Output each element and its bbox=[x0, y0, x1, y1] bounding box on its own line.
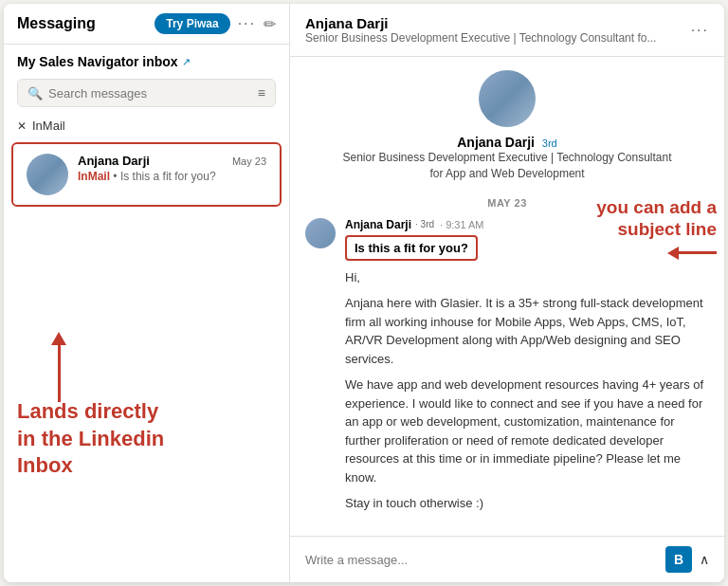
right-header: Anjana Darji Senior Business Development… bbox=[290, 4, 724, 57]
inbox-title: My Sales Navigator inbox bbox=[17, 54, 178, 69]
message-list: Anjana Darji May 23 InMail • Is this a f… bbox=[4, 138, 289, 341]
search-icon: 🔍 bbox=[27, 86, 43, 101]
close-icon[interactable]: ✕ bbox=[17, 119, 27, 133]
right-header-info: Anjana Darji Senior Business Development… bbox=[305, 15, 691, 45]
bubble-content: Anjana Darji · 3rd · 9:31 AM Is this a f… bbox=[345, 218, 709, 521]
profile-avatar bbox=[479, 70, 536, 127]
inbox-title-row: My Sales Navigator inbox ↗ bbox=[4, 45, 289, 75]
bold-button[interactable]: B bbox=[665, 546, 692, 573]
body-sign-off: Stay in touch otherwise :) bbox=[345, 494, 709, 513]
profile-name: Anjana Darji 3rd bbox=[457, 135, 557, 150]
message-body: Hi, Anjana here with Glasier. It is a 35… bbox=[345, 268, 709, 513]
bubble-avatar bbox=[305, 218, 336, 248]
bubble-time: · 9:31 AM bbox=[440, 219, 483, 230]
compose-input[interactable] bbox=[305, 553, 665, 567]
message-preview: InMail • Is this a fit for you? bbox=[78, 170, 266, 183]
right-dots-button[interactable]: ··· bbox=[691, 22, 709, 39]
compose-actions: B ∧ bbox=[665, 546, 709, 573]
arrow-left-line bbox=[679, 251, 717, 254]
message-date: May 23 bbox=[232, 156, 266, 167]
right-annotation: you can add asubject line bbox=[596, 197, 717, 260]
subject-annotation-text: you can add asubject line bbox=[596, 197, 717, 241]
inmail-filter-row: ✕ InMail bbox=[4, 115, 289, 138]
header-dots-button[interactable]: ··· bbox=[238, 15, 256, 32]
arrow-left-head bbox=[667, 247, 679, 260]
left-header: Messaging Try Piwaa ··· ✏ bbox=[4, 4, 289, 45]
left-annotation-text: Lands directlyin the LinkedinInbox bbox=[17, 398, 276, 480]
search-input[interactable] bbox=[48, 86, 258, 101]
contact-subtitle: Senior Business Development Executive | … bbox=[305, 31, 665, 45]
contact-profile: Anjana Darji 3rd Senior Business Develop… bbox=[305, 70, 709, 182]
left-panel: Messaging Try Piwaa ··· ✏ My Sales Navig… bbox=[4, 4, 290, 582]
message-content: Anjana Darji May 23 InMail • Is this a f… bbox=[78, 154, 266, 183]
left-annotation-area: Lands directlyin the LinkedinInbox bbox=[4, 341, 289, 582]
bubble-degree: · 3rd bbox=[415, 219, 434, 229]
profile-title: Senior Business Development Executive | … bbox=[341, 150, 673, 182]
search-bar: 🔍 ≡ bbox=[17, 79, 276, 107]
subject-line-box: Is this a fit for you? bbox=[345, 235, 478, 261]
body-greeting: Hi, bbox=[345, 268, 709, 287]
upward-arrow bbox=[51, 332, 66, 402]
compose-icon: ✏ bbox=[264, 16, 276, 32]
contact-name: Anjana Darji bbox=[305, 15, 691, 31]
message-sender-name: Anjana Darji bbox=[78, 154, 150, 168]
arrow-line bbox=[58, 345, 61, 402]
dot-separator: • bbox=[113, 170, 117, 183]
body-para2: We have app and web development resource… bbox=[345, 375, 709, 486]
inmail-tag: InMail bbox=[78, 170, 110, 183]
filter-icon[interactable]: ≡ bbox=[258, 85, 265, 101]
bubble-sender-name: Anjana Darji bbox=[345, 218, 411, 231]
compose-area: B ∧ bbox=[290, 536, 724, 582]
arrow-head bbox=[51, 332, 66, 345]
compose-button[interactable]: ✏ bbox=[264, 15, 276, 33]
conversation-area: Anjana Darji 3rd Senior Business Develop… bbox=[290, 57, 724, 536]
preview-text: Is this a fit for you? bbox=[120, 170, 216, 183]
external-link-icon[interactable]: ↗ bbox=[182, 56, 191, 68]
inmail-label: InMail bbox=[32, 119, 65, 133]
message-item[interactable]: Anjana Darji May 23 InMail • Is this a f… bbox=[11, 142, 282, 207]
profile-degree: 3rd bbox=[542, 137, 557, 149]
bold-icon: B bbox=[674, 552, 683, 567]
chevron-up-icon[interactable]: ∧ bbox=[700, 552, 709, 567]
message-bubble-row: Anjana Darji · 3rd · 9:31 AM Is this a f… bbox=[305, 218, 709, 521]
body-para1: Anjana here with Glasier. It is a 35+ st… bbox=[345, 294, 709, 368]
right-panel: Anjana Darji Senior Business Development… bbox=[290, 4, 724, 582]
conversation-wrapper: Anjana Darji 3rd Senior Business Develop… bbox=[290, 57, 724, 536]
try-piwaa-button[interactable]: Try Piwaa bbox=[155, 13, 229, 34]
avatar bbox=[27, 154, 68, 195]
message-name-row: Anjana Darji May 23 bbox=[78, 154, 266, 168]
right-arrow bbox=[596, 247, 717, 260]
messaging-title: Messaging bbox=[17, 15, 155, 32]
